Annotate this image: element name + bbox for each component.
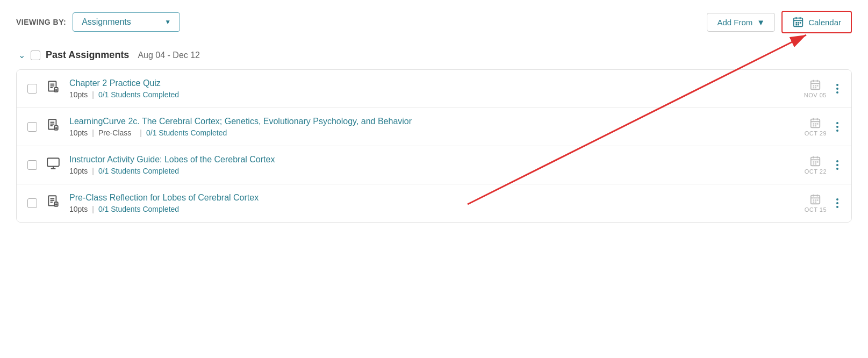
students-completed[interactable]: 0/1 Students Completed — [98, 167, 179, 175]
collapse-chevron-icon[interactable]: ⌄ — [18, 50, 25, 60]
svg-rect-52 — [817, 161, 819, 163]
svg-rect-7 — [796, 24, 798, 26]
table-row: LearningCurve 2c. The Cerebral Cortex; G… — [17, 108, 851, 146]
svg-rect-41 — [813, 125, 815, 127]
svg-rect-67 — [815, 199, 816, 201]
svg-rect-43 — [47, 158, 59, 166]
more-options-button[interactable] — [834, 82, 841, 96]
add-from-chevron-icon: ▼ — [757, 18, 765, 27]
viewing-by-label: VIEWING BY: — [16, 18, 66, 26]
svg-rect-23 — [815, 85, 816, 87]
points: 10pts — [69, 167, 88, 175]
add-from-button[interactable]: Add From ▼ — [707, 13, 775, 32]
divider: | — [92, 205, 94, 213]
svg-rect-68 — [817, 199, 819, 201]
viewing-by-section: VIEWING BY: Assignments ▼ — [16, 12, 180, 32]
section-title: Past Assignments — [46, 49, 129, 61]
calendar-button[interactable]: Calendar — [781, 11, 852, 33]
calendar-date-icon — [809, 79, 821, 91]
svg-rect-53 — [813, 163, 815, 165]
due-date: NOV 05 — [804, 79, 827, 98]
svg-rect-39 — [815, 123, 816, 125]
points: 10pts — [69, 128, 88, 137]
svg-rect-22 — [813, 85, 814, 87]
svg-rect-38 — [813, 123, 815, 125]
svg-rect-40 — [817, 123, 819, 125]
assignment-title[interactable]: Instructor Activity Guide: Lobes of the … — [69, 155, 796, 164]
svg-rect-51 — [815, 161, 816, 163]
calendar-date-icon — [809, 155, 821, 167]
points: 10pts — [69, 205, 88, 213]
row-checkbox[interactable] — [27, 122, 37, 132]
due-date: OCT 29 — [805, 117, 827, 137]
row-meta: 10pts | 0/1 Students Completed — [69, 90, 795, 99]
date-text: OCT 15 — [805, 206, 827, 213]
row-checkbox[interactable] — [27, 198, 37, 208]
section-header: ⌄ Past Assignments Aug 04 - Dec 12 — [16, 49, 852, 61]
table-row: Chapter 2 Practice Quiz 10pts | 0/1 Stud… — [17, 70, 851, 108]
calendar-date-icon — [809, 194, 821, 205]
divider: | — [140, 128, 142, 137]
table-row: Instructor Activity Guide: Lobes of the … — [17, 146, 851, 184]
more-options-button[interactable] — [834, 120, 841, 134]
assignment-title[interactable]: Pre-Class Reflection for Lobes of Cerebr… — [69, 193, 796, 203]
section-checkbox[interactable] — [31, 51, 40, 60]
chevron-down-icon: ▼ — [164, 18, 171, 26]
calendar-icon — [792, 16, 804, 28]
divider: | — [92, 90, 94, 99]
dropdown-value: Assignments — [82, 17, 131, 27]
calendar-label: Calendar — [808, 18, 841, 27]
svg-rect-69 — [813, 202, 815, 203]
divider: | — [92, 167, 94, 175]
points: 10pts — [69, 90, 88, 99]
more-options-button[interactable] — [834, 196, 841, 210]
header-actions: Add From ▼ Calendar — [707, 11, 852, 33]
assignment-title[interactable]: Chapter 2 Practice Quiz — [69, 78, 795, 88]
row-content: Instructor Activity Guide: Lobes of the … — [69, 155, 796, 175]
row-right: OCT 22 — [805, 155, 841, 175]
assignment-title[interactable]: LearningCurve 2c. The Cerebral Cortex; G… — [69, 117, 796, 126]
header-row: VIEWING BY: Assignments ▼ Add From ▼ Cal… — [16, 11, 852, 33]
svg-rect-42 — [815, 125, 816, 127]
svg-rect-70 — [815, 202, 816, 203]
quiz-icon — [46, 80, 61, 97]
row-checkbox[interactable] — [27, 84, 37, 94]
more-options-button[interactable] — [834, 158, 841, 172]
date-text: OCT 29 — [805, 130, 827, 137]
row-content: Chapter 2 Practice Quiz 10pts | 0/1 Stud… — [69, 78, 795, 99]
assignments-dropdown[interactable]: Assignments ▼ — [73, 12, 180, 32]
row-right: NOV 05 — [804, 79, 841, 98]
svg-rect-5 — [798, 22, 799, 24]
row-meta: 10pts | 0/1 Students Completed — [69, 205, 796, 213]
table-row: Pre-Class Reflection for Lobes of Cerebr… — [17, 184, 851, 222]
students-completed[interactable]: 0/1 Students Completed — [146, 128, 227, 137]
svg-rect-24 — [817, 85, 819, 87]
add-from-label: Add From — [717, 18, 752, 27]
svg-rect-6 — [800, 22, 801, 24]
svg-rect-4 — [796, 22, 798, 24]
students-completed[interactable]: 0/1 Students Completed — [98, 90, 179, 99]
due-date: OCT 15 — [805, 194, 827, 213]
quiz-icon — [46, 195, 61, 212]
date-text: NOV 05 — [804, 92, 827, 98]
due-date: OCT 22 — [805, 155, 827, 175]
section-date-range: Aug 04 - Dec 12 — [138, 51, 200, 60]
svg-rect-66 — [813, 199, 815, 201]
row-content: LearningCurve 2c. The Cerebral Cortex; G… — [69, 117, 796, 137]
svg-rect-8 — [798, 24, 799, 26]
assignments-list: Chapter 2 Practice Quiz 10pts | 0/1 Stud… — [16, 69, 852, 223]
row-right: OCT 29 — [805, 117, 841, 137]
row-right: OCT 15 — [805, 194, 841, 213]
monitor-icon — [46, 156, 61, 174]
students-completed[interactable]: 0/1 Students Completed — [98, 205, 179, 213]
row-content: Pre-Class Reflection for Lobes of Cerebr… — [69, 193, 796, 213]
divider: | — [92, 128, 94, 137]
row-checkbox[interactable] — [27, 160, 37, 170]
quiz-icon — [46, 118, 61, 135]
row-meta: 10pts | 0/1 Students Completed — [69, 167, 796, 175]
date-text: OCT 22 — [805, 168, 827, 175]
svg-rect-50 — [813, 161, 815, 163]
svg-rect-25 — [813, 87, 814, 89]
svg-rect-26 — [815, 87, 816, 89]
svg-rect-54 — [815, 163, 816, 165]
